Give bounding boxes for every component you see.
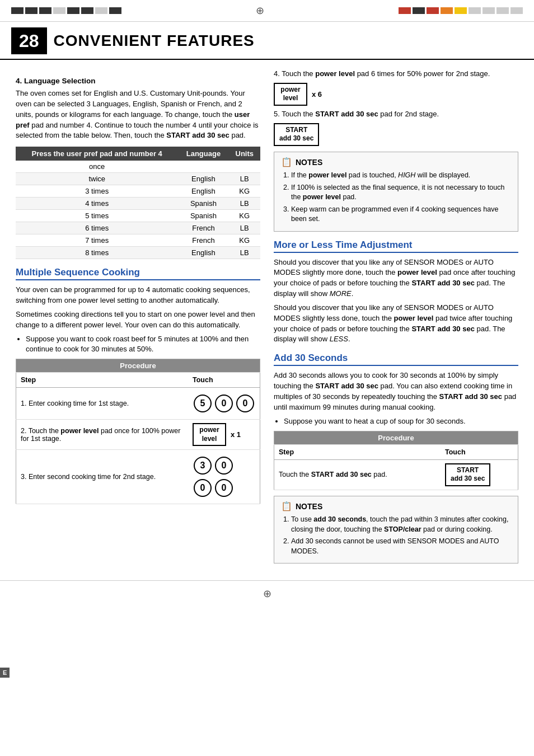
rsegment-1 [399, 7, 411, 14]
right-step5-text: 5. Touch the START add 30 sec pad for 2n… [274, 109, 518, 120]
left-column: 4. Language Selection The oven comes set… [16, 69, 260, 569]
language-table: Press the user pref pad and number 4 Lan… [16, 147, 260, 259]
rsegment-8 [496, 7, 509, 14]
power-btn-right: powerlevel [274, 83, 307, 106]
add30-bullets: Suppose you want to heat a cup of soup f… [274, 416, 518, 426]
top-bar-left-segments [11, 7, 121, 14]
lang-table-row: once [16, 161, 260, 173]
notes-icon-1: 📋 [281, 157, 292, 167]
language-section: 4. Language Selection The oven comes set… [16, 77, 260, 259]
notes-box-1: 📋 NOTES If the power level pad is touche… [274, 152, 518, 232]
lang-cell-col3: KG [229, 234, 261, 247]
segment-6 [81, 7, 93, 14]
lang-cell-col1: 8 times [16, 247, 178, 259]
lang-cell-col1: twice [16, 173, 178, 185]
notes-title-1: 📋 NOTES [281, 157, 511, 167]
notes-box-2: 📋 NOTES To use add 30 seconds, touch the… [274, 496, 518, 564]
lang-table-row: twiceEnglishLB [16, 173, 260, 185]
lang-cell-col2: French [178, 222, 228, 234]
note1-item2: If 100% is selected as the final sequenc… [291, 183, 511, 203]
lang-col2-header: Language [178, 147, 228, 161]
compass-icon-bottom: ⊕ [263, 588, 271, 600]
lang-table-row: 7 timesFrenchKG [16, 234, 260, 247]
lang-cell-col1: 7 times [16, 234, 178, 247]
page-marker: E [0, 668, 10, 678]
lang-col3-header: Units [229, 147, 261, 161]
lang-cell-col2 [178, 161, 228, 173]
rsegment-4 [441, 7, 453, 14]
top-bar-right-segments [399, 7, 523, 14]
add30-body1: Add 30 seconds allows you to cook for 30… [274, 370, 518, 412]
lang-cell-col3: LB [229, 247, 261, 259]
multiple-sequence-body2: Sometimes cooking directions tell you to… [16, 309, 260, 331]
segment-4 [53, 7, 65, 14]
proc-touch1: 5 0 0 [188, 387, 260, 419]
note2-item1: To use add 30 seconds, touch the pad wit… [291, 515, 511, 534]
more-or-less-heading: More or Less Time Adjustment [274, 240, 518, 253]
x1-label: x 1 [231, 430, 241, 439]
notes-list-2: To use add 30 seconds, touch the pad wit… [281, 515, 511, 556]
key-0b: 0 [236, 395, 254, 412]
lang-cell-col2: Spanish [178, 198, 228, 210]
lang-table-row: 8 timesEnglishLB [16, 247, 260, 259]
lang-cell-col3: LB [229, 222, 261, 234]
lang-cell-col2: English [178, 185, 228, 198]
multiple-sequence-bullets: Suppose you want to cook roast beef for … [16, 334, 260, 354]
procedure-table-left: Procedure Step Touch 1. Enter cooking ti… [16, 359, 260, 504]
rsegment-6 [469, 7, 481, 14]
notes-list-1: If the power level pad is touched, HIGH … [281, 171, 511, 224]
page-title-row: 28 CONVENIENT FEATURES [0, 22, 534, 60]
segment-5 [67, 7, 79, 14]
lang-cell-col1: once [16, 161, 178, 173]
lang-cell-col2: French [178, 234, 228, 247]
multiple-sequence-body1: Your oven can be programmed for up to 4 … [16, 285, 260, 306]
proc-touch3: 3 0 0 0 [188, 450, 260, 504]
start-btn-right: STARTadd 30 sec [274, 123, 319, 146]
proc-col-step: Step [16, 372, 189, 387]
proc-step-add30: Touch the START add 30 sec pad. [274, 459, 441, 490]
x6-label: x 6 [312, 90, 322, 98]
lang-cell-col2: Spanish [178, 210, 228, 222]
proc-step1: 1. Enter cooking time for 1st stage. [16, 387, 189, 419]
lang-cell-col3: LB [229, 173, 261, 185]
segment-7 [95, 7, 107, 14]
top-bar: ⊕ [0, 0, 534, 22]
language-heading: 4. Language Selection [16, 77, 260, 85]
note2-item2: Add 30 seconds cannot be used with SENSO… [291, 537, 511, 556]
procedure-table-right: Procedure Step Touch Touch the START add… [274, 431, 518, 490]
multiple-sequence-heading: Multiple Sequence Cooking [16, 267, 260, 280]
key-0c: 0 [215, 457, 233, 475]
segment-3 [39, 7, 51, 14]
lang-table-row: 5 timesSpanishKG [16, 210, 260, 222]
lang-cell-col1: 3 times [16, 185, 178, 198]
lang-cell-col2: English [178, 173, 228, 185]
lang-cell-col2: English [178, 247, 228, 259]
compass-icon-top: ⊕ [256, 4, 264, 17]
proc-step2: 2. Touch the power level pad once for 10… [16, 419, 189, 449]
proc-touch2: powerlevel x 1 [188, 419, 260, 449]
lang-col1-header: Press the user pref pad and number 4 [16, 147, 178, 161]
notes-label-1: NOTES [296, 158, 322, 167]
proc-touch-add30: STARTadd 30 sec [441, 459, 518, 490]
rsegment-5 [455, 7, 467, 14]
segment-2 [25, 7, 38, 14]
notes-label-2: NOTES [296, 502, 322, 511]
lang-cell-col1: 6 times [16, 222, 178, 234]
add30-heading: Add 30 Seconds [274, 353, 518, 366]
main-content: 4. Language Selection The oven comes set… [0, 69, 534, 569]
rsegment-7 [483, 7, 495, 14]
multiple-sequence-section: Multiple Sequence Cooking Your oven can … [16, 267, 260, 504]
key-3: 3 [194, 457, 212, 475]
key-0d: 0 [194, 479, 212, 497]
right-step4-text: 4. Touch the power level pad 6 times for… [274, 69, 518, 79]
lang-cell-col3: KG [229, 185, 261, 198]
lang-cell-col3 [229, 161, 261, 173]
right-steps: 4. Touch the power level pad 6 times for… [274, 69, 518, 146]
lang-cell-col3: KG [229, 210, 261, 222]
multiple-sequence-bullet1: Suppose you want to cook roast beef for … [26, 334, 260, 354]
lang-table-row: 6 timesFrenchLB [16, 222, 260, 234]
proc-step3: 3. Enter second cooking time for 2nd sta… [16, 450, 189, 504]
page-title: CONVENIENT FEATURES [54, 32, 255, 50]
lang-cell-col3: LB [229, 198, 261, 210]
lang-table-row: 4 timesSpanishLB [16, 198, 260, 210]
